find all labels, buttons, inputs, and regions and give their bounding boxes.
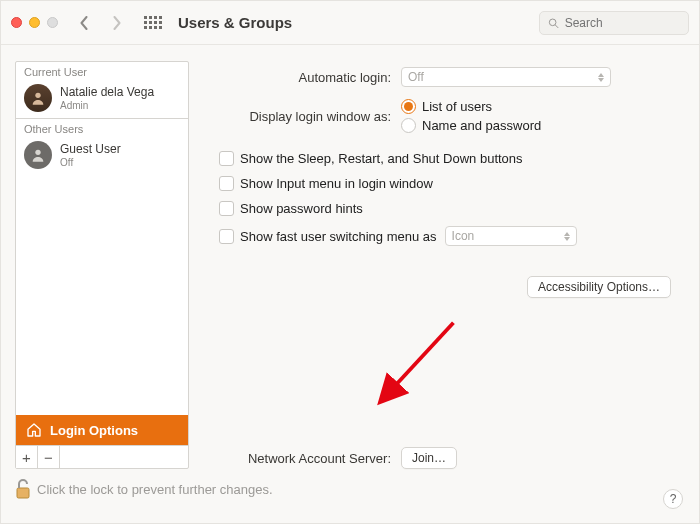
checkbox-sleep-label: Show the Sleep, Restart, and Shut Down b… [240, 151, 523, 166]
current-user-name: Natalie dela Vega [60, 85, 154, 99]
users-sidebar: Current User Natalie dela Vega Admin Oth… [15, 61, 189, 469]
svg-line-1 [555, 24, 558, 27]
avatar [24, 141, 52, 169]
other-users-header: Other Users [16, 118, 188, 137]
radio-list-label: List of users [422, 99, 492, 114]
sidebar-footer: + − [16, 445, 188, 468]
svg-rect-4 [17, 488, 29, 498]
content: Current User Natalie dela Vega Admin Oth… [1, 45, 699, 475]
other-user-role: Off [60, 157, 121, 168]
search-icon [548, 17, 559, 29]
current-user-header: Current User [16, 62, 188, 80]
checkbox-sleep-restart[interactable] [219, 151, 234, 166]
show-all-icon[interactable] [144, 16, 162, 29]
checkbox-hints-label: Show password hints [240, 201, 363, 216]
home-icon [26, 422, 42, 438]
radio-list-of-users[interactable] [401, 99, 416, 114]
stepper-icon [598, 73, 604, 82]
checkbox-password-hints[interactable] [219, 201, 234, 216]
accessibility-options-button[interactable]: Accessibility Options… [527, 276, 671, 298]
display-label: Display login window as: [203, 109, 401, 124]
svg-point-2 [35, 93, 40, 98]
forward-button[interactable] [104, 12, 128, 34]
help-button[interactable]: ? [663, 489, 683, 509]
minimize-window[interactable] [29, 17, 40, 28]
svg-point-3 [35, 150, 40, 155]
remove-user-button[interactable]: − [38, 446, 60, 468]
auto-login-select[interactable]: Off [401, 67, 611, 87]
stepper-icon [564, 232, 570, 241]
network-account-label: Network Account Server: [203, 451, 401, 466]
window: Users & Groups Current User Natalie dela… [0, 0, 700, 524]
close-window[interactable] [11, 17, 22, 28]
radio-name-label: Name and password [422, 118, 541, 133]
lock-text: Click the lock to prevent further change… [37, 482, 273, 497]
fast-user-mode-select[interactable]: Icon [445, 226, 577, 246]
traffic-lights [11, 17, 58, 28]
avatar [24, 84, 52, 112]
main-panel: Automatic login: Off Display login windo… [203, 61, 685, 469]
toolbar: Users & Groups [1, 1, 699, 45]
back-button[interactable] [72, 12, 96, 34]
window-title: Users & Groups [178, 14, 292, 31]
sidebar-item-current-user[interactable]: Natalie dela Vega Admin [16, 80, 188, 116]
login-options-label: Login Options [50, 423, 138, 438]
join-button[interactable]: Join… [401, 447, 457, 469]
radio-name-password[interactable] [401, 118, 416, 133]
search-field[interactable] [539, 11, 689, 35]
checkbox-input-label: Show Input menu in login window [240, 176, 433, 191]
login-options-button[interactable]: Login Options [16, 415, 188, 445]
lock-icon[interactable] [15, 479, 31, 499]
checkbox-input-menu[interactable] [219, 176, 234, 191]
zoom-window [47, 17, 58, 28]
sidebar-item-guest-user[interactable]: Guest User Off [16, 137, 188, 173]
checkbox-fast-user-switching[interactable] [219, 229, 234, 244]
auto-login-label: Automatic login: [203, 70, 401, 85]
add-user-button[interactable]: + [16, 446, 38, 468]
checkbox-fast-label: Show fast user switching menu as [240, 229, 437, 244]
auto-login-value: Off [408, 70, 424, 84]
lock-footer: Click the lock to prevent further change… [1, 475, 699, 499]
search-input[interactable] [563, 15, 680, 31]
other-user-name: Guest User [60, 142, 121, 156]
fast-user-mode-value: Icon [452, 229, 475, 243]
current-user-role: Admin [60, 100, 154, 111]
